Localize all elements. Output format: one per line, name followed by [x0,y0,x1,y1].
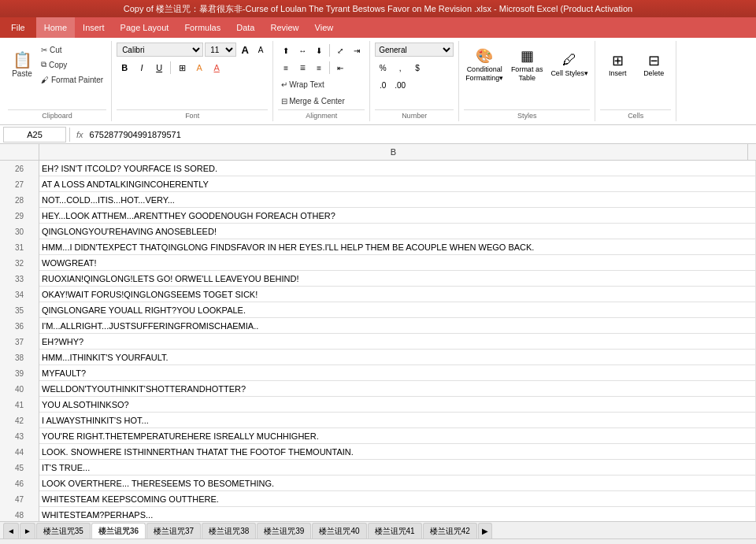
cell-reference-input[interactable] [3,127,66,142]
decrease-decimal-button[interactable]: .0 [375,77,391,93]
list-item[interactable]: QINGLONGYOU'REHAVING ANOSEBLEED! [39,224,756,239]
border-button[interactable]: ⊞ [174,60,190,76]
table-row[interactable]: 35QINGLONGARE YOUALL RIGHT?YOU LOOKPALE. [0,302,756,318]
font-size-select[interactable]: 11 [205,43,236,57]
table-row[interactable]: 34OKAY!WAIT FORUS!QINGLONGSEEMS TOGET SI… [0,287,756,302]
italic-button[interactable]: I [134,60,150,76]
insert-cell-button[interactable]: ⊞ Insert [600,43,635,87]
indent-decrease-button[interactable]: ⇤ [332,60,348,76]
table-row[interactable]: 31HMM...I DIDN'TEXPECT THATQINGLONG FIND… [0,239,756,255]
list-item[interactable]: LOOK OVERTHERE... THERESEEMS TO BESOMETH… [39,476,756,491]
sheet-tab-4[interactable]: 楼兰诅咒39 [257,523,311,538]
sheet-tab-7[interactable]: 楼兰诅咒42 [423,523,477,538]
menu-home[interactable]: Home [36,17,75,38]
table-row[interactable]: 48WHITESTEAM?PERHAPS... [0,507,756,521]
comma-button[interactable]: , [392,60,408,76]
table-row[interactable]: 39MYFAULT? [0,365,756,381]
table-row[interactable]: 26EH? ISN'T ITCOLD? YOURFACE IS SORED. [0,161,756,176]
table-row[interactable]: 45IT'S TRUE... [0,460,756,476]
table-row[interactable]: 47WHITESTEAM KEEPSCOMING OUTTHERE. [0,491,756,507]
menu-insert[interactable]: Insert [75,17,113,38]
accounting-button[interactable]: $ [410,60,425,76]
format-as-table-button[interactable]: ▦ Format as Table [506,43,547,87]
sheet-tab-2[interactable]: 楼兰诅咒37 [146,523,201,538]
increase-font-button[interactable]: A [238,43,252,57]
list-item[interactable]: YOU ALSOTHINKSO? [39,397,756,413]
conditional-formatting-button[interactable]: 🎨 Conditional Formatting▾ [464,43,505,87]
align-center-button[interactable]: ≡ [295,60,310,76]
sheet-tab-5[interactable]: 楼兰诅咒40 [312,523,366,538]
list-item[interactable]: WHITESTEAM?PERHAPS... [39,507,756,521]
table-row[interactable]: 36I'M...ALLRIGHT...JUSTSUFFERINGFROMISCH… [0,318,756,334]
list-item[interactable]: EH?WHY? [39,334,756,350]
number-format-select[interactable]: General [375,43,454,57]
percent-button[interactable]: % [375,60,391,76]
table-row[interactable]: 41YOU ALSOTHINKSO? [0,397,756,413]
indent-increase-button[interactable]: ⇥ [349,43,365,58]
formula-input[interactable] [90,127,753,142]
list-item[interactable]: EH? ISN'T ITCOLD? YOURFACE IS SORED. [39,161,756,176]
copy-button[interactable]: ⧉ Copy [38,57,106,72]
table-row[interactable]: 43YOU'RE RIGHT.THETEMPERATUREHERE ISREAL… [0,428,756,444]
list-item[interactable]: I ALWAYSTHINKIT'S HOT... [39,413,756,428]
table-row[interactable]: 32WOWGREAT! [0,255,756,271]
sheet-tab-0[interactable]: 楼兰诅咒35 [36,523,91,538]
list-item[interactable]: OKAY!WAIT FORUS!QINGLONGSEEMS TOGET SICK… [39,287,756,302]
table-row[interactable]: 28NOT...COLD...ITIS...HOT...VERY... [0,192,756,208]
list-item[interactable]: QINGLONGARE YOUALL RIGHT?YOU LOOKPALE. [39,302,756,318]
text-direction-button[interactable]: ⤢ [332,43,348,58]
menu-page-layout[interactable]: Page Layout [113,17,177,38]
fill-color-button[interactable]: A [191,60,207,76]
menu-formulas[interactable]: Formulas [176,17,228,38]
cut-button[interactable]: ✂ Cut [38,43,106,57]
align-middle-button[interactable]: ↔ [295,43,310,58]
col-header-b[interactable]: B [39,144,748,160]
table-row[interactable]: 40WELLDON'TYOUTHINKIT'SHOTTERANDHOTTER? [0,381,756,397]
sheet-tab-3[interactable]: 楼兰诅咒38 [202,523,256,538]
next-sheet-button[interactable]: ► [20,523,35,538]
list-item[interactable]: YOU'RE RIGHT.THETEMPERATUREHERE ISREALLY… [39,428,756,444]
list-item[interactable]: MYFAULT? [39,365,756,381]
sheet-tab-1[interactable]: 楼兰诅咒36 [91,523,146,538]
table-row[interactable]: 30QINGLONGYOU'REHAVING ANOSEBLEED! [0,224,756,239]
increase-decimal-button[interactable]: .00 [392,77,408,93]
paste-button[interactable]: 📋 Paste [8,43,36,87]
underline-button[interactable]: U [151,60,167,76]
table-row[interactable]: 27AT A LOSS ANDTALKINGINCOHERENTLY [0,176,756,192]
menu-data[interactable]: Data [228,17,262,38]
list-item[interactable]: NOT...COLD...ITIS...HOT...VERY... [39,192,756,208]
list-item[interactable]: WELLDON'TYOUTHINKIT'SHOTTERANDHOTTER? [39,381,756,397]
list-item[interactable]: AT A LOSS ANDTALKINGINCOHERENTLY [39,176,756,192]
table-row[interactable]: 42I ALWAYSTHINKIT'S HOT... [0,413,756,428]
menu-file[interactable]: File [0,17,36,38]
sheet-tab-6[interactable]: 楼兰诅咒41 [368,523,422,538]
format-painter-button[interactable]: 🖌 Format Painter [38,72,106,87]
table-row[interactable]: 37EH?WHY? [0,334,756,350]
font-color-button[interactable]: A [209,60,224,76]
decrease-font-button[interactable]: A [254,43,268,57]
align-right-button[interactable]: ≡ [311,60,327,76]
align-left-button[interactable]: ≡ [278,60,294,76]
list-item[interactable]: IT'S TRUE... [39,460,756,476]
table-row[interactable]: 33RUOXIAN!QINGLONG!LETS GO! ORWE'LL LEAV… [0,271,756,287]
table-row[interactable]: 46LOOK OVERTHERE... THERESEEMS TO BESOME… [0,476,756,491]
merge-center-button[interactable]: ⊟ Merge & Center [278,94,348,108]
prev-sheet-button[interactable]: ◄ [3,523,19,538]
align-top-button[interactable]: ⬆ [278,43,294,58]
menu-view[interactable]: View [307,17,342,38]
list-item[interactable]: RUOXIAN!QINGLONG!LETS GO! ORWE'LL LEAVEY… [39,271,756,287]
align-bottom-button[interactable]: ⬇ [311,43,327,58]
list-item[interactable]: HMM...ITHINKIT'S YOURFAULT. [39,350,756,365]
more-sheets-button[interactable]: ▶ [478,523,492,538]
list-item[interactable]: LOOK. SNOWHERE ISTHINNERTHAN THATAT THE … [39,444,756,460]
list-item[interactable]: WHITESTEAM KEEPSCOMING OUTTHERE. [39,491,756,507]
delete-cell-button[interactable]: ⊟ Delete [636,43,671,87]
wrap-text-button[interactable]: ↵ Wrap Text [278,77,328,91]
menu-review[interactable]: Review [262,17,306,38]
table-row[interactable]: 44LOOK. SNOWHERE ISTHINNERTHAN THATAT TH… [0,444,756,460]
list-item[interactable]: I'M...ALLRIGHT...JUSTSUFFERINGFROMISCHAE… [39,318,756,334]
list-item[interactable]: WOWGREAT! [39,255,756,271]
bold-button[interactable]: B [117,60,132,76]
list-item[interactable]: HMM...I DIDN'TEXPECT THATQINGLONG FINDSF… [39,239,756,255]
table-row[interactable]: 38HMM...ITHINKIT'S YOURFAULT. [0,350,756,365]
